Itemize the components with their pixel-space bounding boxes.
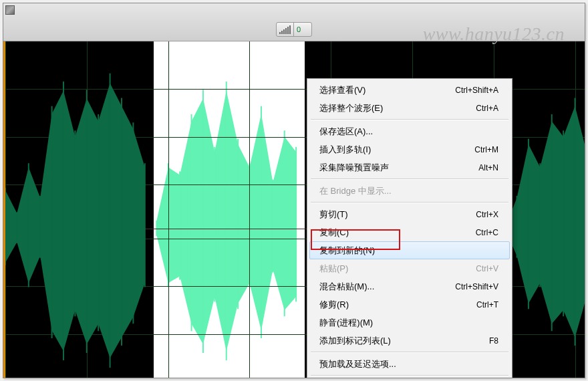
menu-item-label: 预加载及延迟选项... (319, 358, 396, 370)
menu-item-label: 修剪(R) (319, 299, 349, 311)
context-menu: 选择查看(V)Ctrl+Shift+A选择整个波形(E)Ctrl+A保存选区(A… (307, 78, 512, 378)
menu-separator (311, 352, 508, 353)
menu-item-shortcut: F8 (489, 336, 498, 346)
context-menu-item[interactable]: 剪切(T)Ctrl+X (309, 205, 510, 223)
menu-item-shortcut: Ctrl+C (476, 228, 498, 237)
context-menu-item[interactable]: 采集降噪预置噪声Alt+N (309, 158, 510, 176)
titlebar-strip: 0 (3, 3, 585, 41)
menu-item-shortcut: Ctrl+Shift+V (455, 282, 498, 291)
menu-separator (311, 202, 508, 203)
context-menu-item[interactable]: 保存选区(A)... (309, 122, 510, 140)
menu-item-label: 插入到多轨(I) (319, 144, 371, 156)
context-menu-item[interactable]: 混合粘贴(M)...Ctrl+Shift+V (309, 277, 510, 295)
menu-item-shortcut: Ctrl+M (474, 145, 498, 154)
context-menu-item[interactable]: 复制(C)Ctrl+C (309, 223, 510, 241)
menu-item-label: 添加到标记列表(L) (319, 335, 391, 347)
context-menu-item[interactable]: 插入到多轨(I)Ctrl+M (309, 140, 510, 158)
context-menu-item: 在 Bridge 中显示... (309, 182, 510, 200)
menu-item-label: 粘贴(P) (319, 263, 348, 275)
menu-item-label: 采集降噪预置噪声 (319, 162, 389, 174)
menu-item-shortcut: Ctrl+X (476, 210, 498, 219)
menu-item-label: 选择整个波形(E) (319, 102, 383, 114)
menu-item-shortcut: Alt+N (478, 163, 498, 172)
menu-item-label: 剪切(T) (319, 209, 348, 221)
menu-item-shortcut: Ctrl+V (476, 264, 498, 273)
menu-item-label: 复制(C) (319, 227, 349, 239)
menu-item-label: 选择查看(V) (319, 84, 365, 96)
context-menu-item[interactable]: 复制到新的(N) (309, 241, 510, 259)
signal-bars-icon (277, 25, 293, 34)
context-menu-item[interactable]: 选择查看(V)Ctrl+Shift+A (309, 81, 510, 99)
context-menu-item[interactable]: 添加到标记列表(L)F8 (309, 332, 510, 350)
menu-item-label: 混合粘贴(M)... (319, 281, 374, 293)
zoom-value: 0 (294, 25, 311, 33)
context-menu-item[interactable]: 选择整个波形(E)Ctrl+A (309, 99, 510, 117)
grid-line (249, 41, 250, 378)
window-handle-icon (5, 5, 15, 15)
menu-item-shortcut: Ctrl+A (476, 104, 498, 113)
menu-item-label: 静音(进程)(M) (319, 317, 373, 329)
context-menu-item: 粘贴(P)Ctrl+V (309, 259, 510, 277)
menu-separator (311, 119, 508, 120)
waveform-selection[interactable] (154, 41, 305, 378)
menu-item-label: 在 Bridge 中显示... (319, 185, 392, 197)
menu-item-shortcut: Ctrl+T (476, 300, 498, 309)
context-menu-item[interactable]: 静音(进程)(M) (309, 313, 510, 332)
menu-separator (311, 178, 508, 180)
menu-item-shortcut: Ctrl+Shift+A (455, 86, 498, 95)
menu-separator (311, 375, 508, 376)
waveform-path (154, 41, 305, 378)
app-window: 0 www.hanyu123.cn 选择查看(V)Ctrl+Shift+A选择整… (3, 3, 585, 378)
waveform-path (5, 41, 154, 378)
context-menu-item[interactable]: 修剪(R)Ctrl+T (309, 295, 510, 313)
menu-item-label: 保存选区(A)... (319, 126, 373, 138)
menu-item-label: 复制到新的(N) (319, 245, 375, 257)
grid-line (168, 41, 169, 378)
zoom-widget[interactable]: 0 (276, 22, 312, 37)
context-menu-item[interactable]: 预加载及延迟选项... (309, 355, 510, 373)
